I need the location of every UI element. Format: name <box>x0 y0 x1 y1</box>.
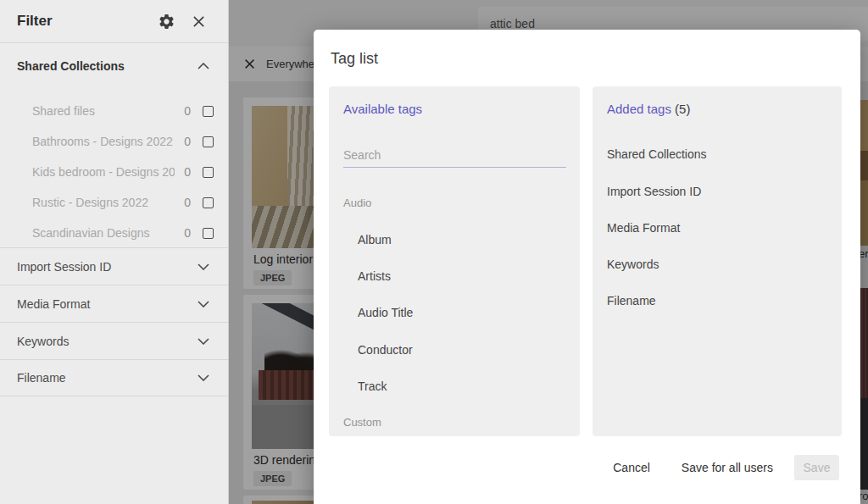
item-label: Scandinavian Designs <box>32 226 175 240</box>
section-label: Filename <box>17 371 198 385</box>
gear-icon <box>158 13 175 30</box>
item-count: 0 <box>184 226 191 240</box>
section-shared-collections[interactable]: Shared Collections <box>0 49 228 83</box>
filter-panel-header: Filter <box>0 0 228 42</box>
tag-list-modal: Tag list Available tags Audio Album Arti… <box>314 30 860 504</box>
available-tag-conductor[interactable]: Conductor <box>358 341 413 359</box>
divider <box>0 42 228 43</box>
item-count: 0 <box>184 104 191 118</box>
section-label: Keywords <box>17 335 198 348</box>
added-tags-panel: Added tags (5) Shared Collections Import… <box>593 86 842 436</box>
added-tags-label: Added tags <box>607 102 671 116</box>
checkbox[interactable] <box>203 228 214 239</box>
item-label: Rustic - Designs 2022 <box>32 196 175 209</box>
available-tag-audio-title[interactable]: Audio Title <box>358 303 413 322</box>
added-tag-import-session-id[interactable]: Import Session ID <box>607 182 701 201</box>
cancel-button[interactable]: Cancel <box>613 461 650 474</box>
checkbox[interactable] <box>203 167 214 178</box>
item-count: 0 <box>184 196 191 209</box>
sidebar-item-kids-bedroom[interactable]: Kids bedroom - Designs 2022 0 <box>0 157 228 187</box>
item-label: Kids bedroom - Designs 2022 <box>32 165 175 179</box>
available-tag-album[interactable]: Album <box>358 230 392 249</box>
group-label-audio: Audio <box>343 197 371 209</box>
item-label: Bathrooms - Designs 2022 <box>32 135 175 148</box>
filter-title: Filter <box>17 13 155 30</box>
available-tags-panel: Available tags Audio Album Artists Audio… <box>329 86 580 436</box>
group-label-custom: Custom <box>343 416 381 429</box>
modal-title: Tag list <box>331 50 378 68</box>
tag-search-input[interactable] <box>343 142 566 168</box>
available-tag-artists[interactable]: Artists <box>358 267 391 285</box>
added-tags-count: (5) <box>675 102 690 116</box>
item-count: 0 <box>184 135 191 148</box>
section-label: Media Format <box>17 297 198 311</box>
chevron-down-icon <box>198 263 209 270</box>
filter-panel: Filter Shared Collections Shared files 0… <box>0 0 229 504</box>
sidebar-item-shared-files[interactable]: Shared files 0 <box>0 96 228 126</box>
save-button[interactable]: Save <box>794 455 839 480</box>
checkbox[interactable] <box>203 106 214 117</box>
close-icon <box>192 15 205 28</box>
item-count: 0 <box>184 165 191 179</box>
checkbox[interactable] <box>203 136 214 147</box>
added-tag-shared-collections[interactable]: Shared Collections <box>607 145 707 163</box>
available-tags-heading: Available tags <box>343 102 422 116</box>
item-label: Shared files <box>32 104 175 118</box>
checkbox[interactable] <box>203 197 214 208</box>
chevron-down-icon <box>198 338 209 345</box>
sidebar-section-keywords[interactable]: Keywords <box>0 322 228 359</box>
added-tags-heading: Added tags (5) <box>607 102 690 116</box>
added-tag-filename[interactable]: Filename <box>607 291 656 310</box>
save-for-all-users-button[interactable]: Save for all users <box>682 461 773 474</box>
added-tag-media-format[interactable]: Media Format <box>607 219 680 237</box>
sidebar-item-bathrooms[interactable]: Bathrooms - Designs 2022 0 <box>0 126 228 157</box>
chevron-up-icon <box>198 63 209 69</box>
section-label: Import Session ID <box>17 260 198 274</box>
added-tag-keywords[interactable]: Keywords <box>607 255 659 274</box>
filter-close-button[interactable] <box>187 10 209 32</box>
sidebar-section-media-format[interactable]: Media Format <box>0 285 228 322</box>
modal-footer: Cancel Save for all users Save <box>314 454 860 481</box>
chevron-down-icon <box>198 374 209 381</box>
sidebar-section-filename[interactable]: Filename <box>0 359 228 396</box>
sidebar-item-scandinavian[interactable]: Scandinavian Designs 0 <box>0 218 228 248</box>
section-label: Shared Collections <box>17 59 198 73</box>
available-tag-track[interactable]: Track <box>358 377 387 396</box>
sidebar-section-import-session-id[interactable]: Import Session ID <box>0 247 228 285</box>
sidebar-item-rustic[interactable]: Rustic - Designs 2022 0 <box>0 187 228 218</box>
filter-settings-button[interactable] <box>155 10 177 32</box>
chevron-down-icon <box>198 301 209 307</box>
